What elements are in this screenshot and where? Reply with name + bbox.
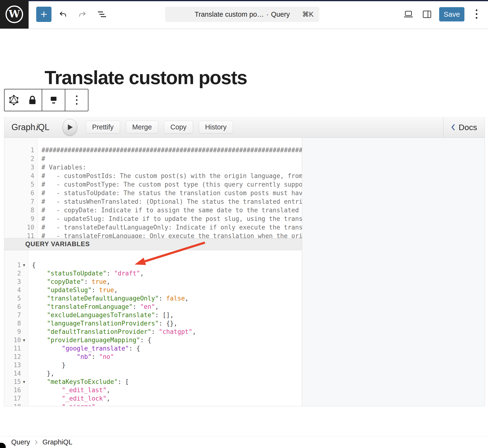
graphiql-toolbar: GraphiQL Prettify Merge Copy History Doc… [4,117,485,138]
chevron-right-icon [35,440,38,445]
code-text: # - updateSlug: Indicate if to update th… [38,215,302,223]
graphql-icon [8,94,20,106]
block-display-mode-button[interactable] [42,89,65,111]
copy-button[interactable]: Copy [164,121,193,133]
settings-sidebar-toggle[interactable] [420,7,434,22]
code-text: # - translateDefaultLanguageOnly: Indica… [38,223,302,232]
code-line: 9 "defaultTranslationProvider": "chatgpt… [4,328,302,336]
line-number: 6 [4,303,28,311]
code-line: 10▾ "providerLanguageMapping": { [4,336,302,344]
post-title-field[interactable]: Translate custom posts [45,68,247,87]
fold-arrow-icon[interactable]: ▾ [21,336,27,344]
code-text: # - statusToUpdate: The status the trans… [38,189,302,197]
merge-button[interactable]: Merge [126,121,158,133]
sidebar-panel-icon [422,9,432,19]
code-line: 17 "_edit_lock", [4,394,302,403]
code-line: 2 "statusToUpdate": "draft", [4,269,302,278]
query-variables-bar[interactable]: QUERY VARIABLES [4,238,302,250]
execute-query-button[interactable] [63,119,77,136]
save-button[interactable]: Save [439,7,464,21]
wordpress-logo-button[interactable]: W [0,0,29,29]
query-variables-title: QUERY VARIABLES [25,240,90,248]
line-number: 3 [4,163,38,172]
code-text: "updateSlug": true, [28,286,118,294]
code-text: "statusToUpdate": "draft", [28,269,144,278]
code-line: 7# - statusWhenTranslated: (Optional) Th… [4,197,302,206]
line-number: 11 [4,344,28,353]
fold-arrow-icon[interactable]: ▾ [21,261,27,269]
line-number: 18 [4,403,28,406]
line-number: 8 [4,319,28,328]
code-line: 1▾{ [4,261,302,269]
lock-icon [26,94,39,106]
code-line: 1#######################################… [4,146,302,154]
code-text: "defaultTranslationProvider": "chatgpt", [28,328,196,336]
block-breadcrumb-bar: Query GraphiQL [0,436,488,448]
code-text: "google_translate": { [28,344,140,353]
code-line: 5# - customPostType: The custom post typ… [4,180,302,189]
line-number: 13 [4,361,28,369]
query-variables-editor[interactable]: 1▾{2 "statusToUpdate": "draft",3 "copyDa… [4,250,302,406]
line-number: 5 [4,294,28,303]
line-number: 9 [4,215,38,223]
fold-arrow-icon[interactable]: ▾ [21,378,27,386]
laptop-icon [403,9,414,19]
docs-toggle-button[interactable]: Docs [443,117,485,138]
editor-topbar: Translate custom po… · Query ⌘K Save [0,0,488,29]
graphql-block-type-button[interactable] [5,89,23,111]
redo-button[interactable] [76,7,89,22]
code-text: "excludeLanguagesToTranslate": [], [28,311,174,319]
list-view-button[interactable] [95,7,109,22]
code-line: 11 "google_translate": { [4,344,302,353]
line-number: 10 [4,223,38,232]
breadcrumb-document[interactable]: Query [11,438,30,446]
code-line: 3 "copyDate": true, [4,278,302,286]
kebab-menu-icon [475,9,478,20]
block-toolbar [4,89,88,111]
preview-button[interactable] [402,7,415,22]
code-line: 14 }, [4,369,302,378]
command-palette-button[interactable]: Translate custom po… · Query ⌘K [165,7,319,22]
line-number: 1 [4,146,38,154]
redo-icon [78,10,87,18]
line-number: 3 [4,278,28,286]
line-number: 16 [4,386,28,394]
line-number: 7 [4,311,28,319]
code-line: 13 } [4,361,302,369]
query-editor[interactable]: 1#######################################… [4,138,302,246]
code-text: "providerLanguageMapping": { [28,336,151,344]
code-line: 6# - statusToUpdate: The status the tran… [4,189,302,197]
prettify-button[interactable]: Prettify [86,121,120,133]
shortcut-hint: ⌘K [302,10,314,18]
graphiql-toolbar-buttons: Prettify Merge Copy History [86,121,233,133]
code-line: 15▾ "metaKeysToExclude": [ [4,378,302,386]
line-number: 8 [4,206,38,215]
breadcrumb-block[interactable]: GraphiQL [42,438,72,446]
block-options-button[interactable] [65,89,88,111]
code-text: "_pingme", [28,403,99,406]
block-lock-button[interactable] [23,89,42,111]
code-line: 9# - updateSlug: Indicate if to update t… [4,215,302,223]
undo-icon [58,10,67,18]
line-number: 6 [4,189,38,197]
code-line: 4 "updateSlug": true, [4,286,302,294]
line-number: 12 [4,353,28,361]
graphiql-logo: GraphiQL [11,122,49,132]
history-button[interactable]: History [199,121,233,133]
block-toolbar-group-options [65,89,88,111]
undo-button[interactable] [56,7,70,22]
line-number: 2 [4,154,38,163]
block-inserter-button[interactable] [36,7,51,22]
code-text: # - customPostType: The custom post type… [38,180,302,189]
block-toolbar-group-display [42,89,65,111]
code-text: "_edit_last", [28,386,110,394]
code-text: # - statusWhenTranslated: (Optional) The… [38,197,302,206]
code-line: 3# Variables: [4,163,302,172]
save-button-label: Save [444,10,460,18]
code-line: 10# - translateDefaultLanguageOnly: Indi… [4,223,302,232]
line-number: 9 [4,328,28,336]
line-number: 4 [4,172,38,180]
graphiql-results-pane [302,138,485,406]
code-line: 18 "_pingme", [4,403,302,406]
options-menu-button[interactable] [470,7,483,22]
